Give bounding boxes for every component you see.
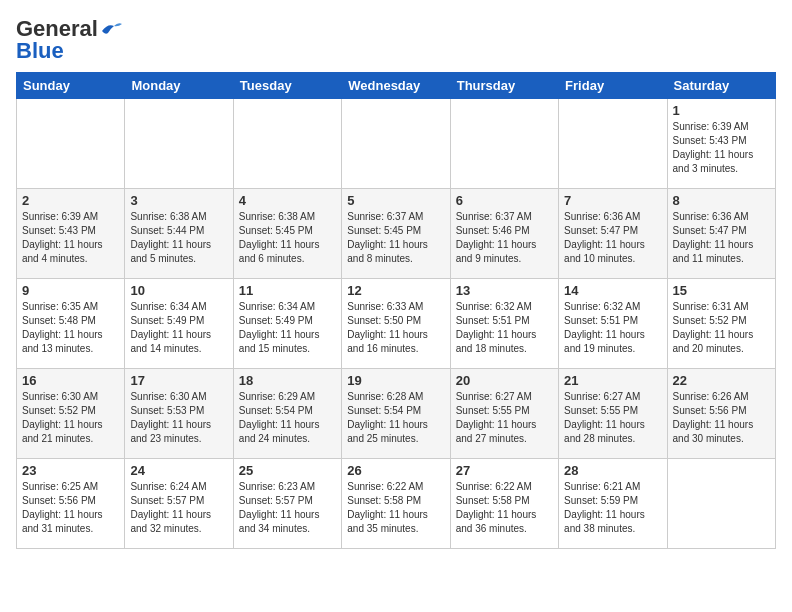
day-info: Sunrise: 6:37 AM Sunset: 5:45 PM Dayligh… (347, 210, 444, 266)
day-number: 10 (130, 283, 227, 298)
calendar-cell: 13Sunrise: 6:32 AM Sunset: 5:51 PM Dayli… (450, 279, 558, 369)
weekday-header-saturday: Saturday (667, 73, 775, 99)
day-number: 17 (130, 373, 227, 388)
day-info: Sunrise: 6:25 AM Sunset: 5:56 PM Dayligh… (22, 480, 119, 536)
day-info: Sunrise: 6:22 AM Sunset: 5:58 PM Dayligh… (347, 480, 444, 536)
calendar-cell: 6Sunrise: 6:37 AM Sunset: 5:46 PM Daylig… (450, 189, 558, 279)
calendar-cell: 25Sunrise: 6:23 AM Sunset: 5:57 PM Dayli… (233, 459, 341, 549)
weekday-header-monday: Monday (125, 73, 233, 99)
day-info: Sunrise: 6:39 AM Sunset: 5:43 PM Dayligh… (22, 210, 119, 266)
calendar-cell: 1Sunrise: 6:39 AM Sunset: 5:43 PM Daylig… (667, 99, 775, 189)
day-info: Sunrise: 6:39 AM Sunset: 5:43 PM Dayligh… (673, 120, 770, 176)
day-number: 11 (239, 283, 336, 298)
day-number: 9 (22, 283, 119, 298)
day-info: Sunrise: 6:24 AM Sunset: 5:57 PM Dayligh… (130, 480, 227, 536)
day-info: Sunrise: 6:38 AM Sunset: 5:44 PM Dayligh… (130, 210, 227, 266)
day-info: Sunrise: 6:28 AM Sunset: 5:54 PM Dayligh… (347, 390, 444, 446)
calendar-week-3: 9Sunrise: 6:35 AM Sunset: 5:48 PM Daylig… (17, 279, 776, 369)
day-number: 8 (673, 193, 770, 208)
day-info: Sunrise: 6:35 AM Sunset: 5:48 PM Dayligh… (22, 300, 119, 356)
calendar-cell: 12Sunrise: 6:33 AM Sunset: 5:50 PM Dayli… (342, 279, 450, 369)
day-number: 2 (22, 193, 119, 208)
day-number: 21 (564, 373, 661, 388)
day-number: 6 (456, 193, 553, 208)
calendar-cell (342, 99, 450, 189)
day-number: 24 (130, 463, 227, 478)
day-info: Sunrise: 6:32 AM Sunset: 5:51 PM Dayligh… (564, 300, 661, 356)
day-info: Sunrise: 6:32 AM Sunset: 5:51 PM Dayligh… (456, 300, 553, 356)
day-number: 5 (347, 193, 444, 208)
calendar-cell: 3Sunrise: 6:38 AM Sunset: 5:44 PM Daylig… (125, 189, 233, 279)
calendar-cell: 4Sunrise: 6:38 AM Sunset: 5:45 PM Daylig… (233, 189, 341, 279)
calendar-cell: 21Sunrise: 6:27 AM Sunset: 5:55 PM Dayli… (559, 369, 667, 459)
day-info: Sunrise: 6:30 AM Sunset: 5:52 PM Dayligh… (22, 390, 119, 446)
day-info: Sunrise: 6:38 AM Sunset: 5:45 PM Dayligh… (239, 210, 336, 266)
day-number: 1 (673, 103, 770, 118)
calendar-cell: 5Sunrise: 6:37 AM Sunset: 5:45 PM Daylig… (342, 189, 450, 279)
calendar-cell: 7Sunrise: 6:36 AM Sunset: 5:47 PM Daylig… (559, 189, 667, 279)
day-info: Sunrise: 6:21 AM Sunset: 5:59 PM Dayligh… (564, 480, 661, 536)
calendar-cell: 11Sunrise: 6:34 AM Sunset: 5:49 PM Dayli… (233, 279, 341, 369)
day-number: 14 (564, 283, 661, 298)
calendar-cell: 24Sunrise: 6:24 AM Sunset: 5:57 PM Dayli… (125, 459, 233, 549)
weekday-header-row: SundayMondayTuesdayWednesdayThursdayFrid… (17, 73, 776, 99)
day-info: Sunrise: 6:27 AM Sunset: 5:55 PM Dayligh… (456, 390, 553, 446)
calendar-week-2: 2Sunrise: 6:39 AM Sunset: 5:43 PM Daylig… (17, 189, 776, 279)
day-info: Sunrise: 6:30 AM Sunset: 5:53 PM Dayligh… (130, 390, 227, 446)
calendar-cell (667, 459, 775, 549)
day-number: 28 (564, 463, 661, 478)
calendar-cell: 17Sunrise: 6:30 AM Sunset: 5:53 PM Dayli… (125, 369, 233, 459)
day-number: 18 (239, 373, 336, 388)
day-number: 27 (456, 463, 553, 478)
weekday-header-friday: Friday (559, 73, 667, 99)
day-number: 26 (347, 463, 444, 478)
day-number: 4 (239, 193, 336, 208)
day-number: 13 (456, 283, 553, 298)
day-info: Sunrise: 6:36 AM Sunset: 5:47 PM Dayligh… (673, 210, 770, 266)
calendar-cell: 15Sunrise: 6:31 AM Sunset: 5:52 PM Dayli… (667, 279, 775, 369)
calendar-cell (559, 99, 667, 189)
calendar-cell: 18Sunrise: 6:29 AM Sunset: 5:54 PM Dayli… (233, 369, 341, 459)
weekday-header-thursday: Thursday (450, 73, 558, 99)
day-info: Sunrise: 6:37 AM Sunset: 5:46 PM Dayligh… (456, 210, 553, 266)
weekday-header-tuesday: Tuesday (233, 73, 341, 99)
calendar-cell (233, 99, 341, 189)
day-number: 20 (456, 373, 553, 388)
day-number: 15 (673, 283, 770, 298)
day-number: 22 (673, 373, 770, 388)
logo-bird-icon (100, 21, 122, 39)
calendar-cell: 20Sunrise: 6:27 AM Sunset: 5:55 PM Dayli… (450, 369, 558, 459)
day-number: 19 (347, 373, 444, 388)
calendar-table: SundayMondayTuesdayWednesdayThursdayFrid… (16, 72, 776, 549)
logo: General Blue (16, 16, 122, 64)
day-number: 16 (22, 373, 119, 388)
calendar-cell: 26Sunrise: 6:22 AM Sunset: 5:58 PM Dayli… (342, 459, 450, 549)
calendar-cell (450, 99, 558, 189)
day-info: Sunrise: 6:34 AM Sunset: 5:49 PM Dayligh… (130, 300, 227, 356)
calendar-cell: 9Sunrise: 6:35 AM Sunset: 5:48 PM Daylig… (17, 279, 125, 369)
calendar-week-4: 16Sunrise: 6:30 AM Sunset: 5:52 PM Dayli… (17, 369, 776, 459)
day-info: Sunrise: 6:33 AM Sunset: 5:50 PM Dayligh… (347, 300, 444, 356)
day-info: Sunrise: 6:29 AM Sunset: 5:54 PM Dayligh… (239, 390, 336, 446)
calendar-cell: 2Sunrise: 6:39 AM Sunset: 5:43 PM Daylig… (17, 189, 125, 279)
weekday-header-sunday: Sunday (17, 73, 125, 99)
calendar-cell: 28Sunrise: 6:21 AM Sunset: 5:59 PM Dayli… (559, 459, 667, 549)
day-number: 23 (22, 463, 119, 478)
day-number: 7 (564, 193, 661, 208)
day-info: Sunrise: 6:36 AM Sunset: 5:47 PM Dayligh… (564, 210, 661, 266)
day-info: Sunrise: 6:22 AM Sunset: 5:58 PM Dayligh… (456, 480, 553, 536)
calendar-cell: 10Sunrise: 6:34 AM Sunset: 5:49 PM Dayli… (125, 279, 233, 369)
day-number: 25 (239, 463, 336, 478)
day-number: 3 (130, 193, 227, 208)
weekday-header-wednesday: Wednesday (342, 73, 450, 99)
calendar-cell: 23Sunrise: 6:25 AM Sunset: 5:56 PM Dayli… (17, 459, 125, 549)
calendar-cell (125, 99, 233, 189)
day-number: 12 (347, 283, 444, 298)
day-info: Sunrise: 6:27 AM Sunset: 5:55 PM Dayligh… (564, 390, 661, 446)
calendar-cell: 27Sunrise: 6:22 AM Sunset: 5:58 PM Dayli… (450, 459, 558, 549)
calendar-cell: 8Sunrise: 6:36 AM Sunset: 5:47 PM Daylig… (667, 189, 775, 279)
calendar-week-5: 23Sunrise: 6:25 AM Sunset: 5:56 PM Dayli… (17, 459, 776, 549)
calendar-cell: 14Sunrise: 6:32 AM Sunset: 5:51 PM Dayli… (559, 279, 667, 369)
day-info: Sunrise: 6:31 AM Sunset: 5:52 PM Dayligh… (673, 300, 770, 356)
logo-blue-text: Blue (16, 38, 64, 64)
